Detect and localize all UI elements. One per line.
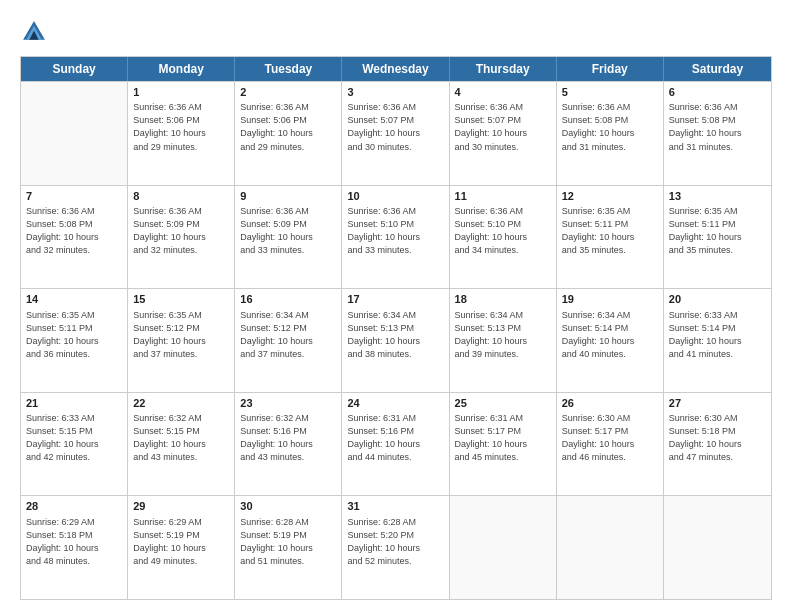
- cal-cell: 28Sunrise: 6:29 AM Sunset: 5:18 PM Dayli…: [21, 496, 128, 599]
- cal-week-row: 21Sunrise: 6:33 AM Sunset: 5:15 PM Dayli…: [21, 392, 771, 496]
- cell-info: Sunrise: 6:34 AM Sunset: 5:12 PM Dayligh…: [240, 309, 336, 361]
- cal-week-row: 1Sunrise: 6:36 AM Sunset: 5:06 PM Daylig…: [21, 81, 771, 185]
- cal-cell: 4Sunrise: 6:36 AM Sunset: 5:07 PM Daylig…: [450, 82, 557, 185]
- cal-cell: 24Sunrise: 6:31 AM Sunset: 5:16 PM Dayli…: [342, 393, 449, 496]
- header: [20, 18, 772, 46]
- cell-day-number: 4: [455, 85, 551, 100]
- cell-info: Sunrise: 6:36 AM Sunset: 5:09 PM Dayligh…: [240, 205, 336, 257]
- cell-info: Sunrise: 6:31 AM Sunset: 5:17 PM Dayligh…: [455, 412, 551, 464]
- day-header-wednesday: Wednesday: [342, 57, 449, 81]
- cell-day-number: 17: [347, 292, 443, 307]
- cal-week-row: 28Sunrise: 6:29 AM Sunset: 5:18 PM Dayli…: [21, 495, 771, 599]
- cell-info: Sunrise: 6:31 AM Sunset: 5:16 PM Dayligh…: [347, 412, 443, 464]
- cal-cell: 27Sunrise: 6:30 AM Sunset: 5:18 PM Dayli…: [664, 393, 771, 496]
- cal-cell: 30Sunrise: 6:28 AM Sunset: 5:19 PM Dayli…: [235, 496, 342, 599]
- cal-cell: 13Sunrise: 6:35 AM Sunset: 5:11 PM Dayli…: [664, 186, 771, 289]
- cal-cell: 25Sunrise: 6:31 AM Sunset: 5:17 PM Dayli…: [450, 393, 557, 496]
- cal-week-row: 7Sunrise: 6:36 AM Sunset: 5:08 PM Daylig…: [21, 185, 771, 289]
- cal-cell: 3Sunrise: 6:36 AM Sunset: 5:07 PM Daylig…: [342, 82, 449, 185]
- cell-info: Sunrise: 6:36 AM Sunset: 5:10 PM Dayligh…: [455, 205, 551, 257]
- cal-cell: 11Sunrise: 6:36 AM Sunset: 5:10 PM Dayli…: [450, 186, 557, 289]
- cell-info: Sunrise: 6:34 AM Sunset: 5:14 PM Dayligh…: [562, 309, 658, 361]
- logo-icon: [20, 18, 48, 46]
- cell-info: Sunrise: 6:33 AM Sunset: 5:15 PM Dayligh…: [26, 412, 122, 464]
- cell-day-number: 8: [133, 189, 229, 204]
- cell-day-number: 5: [562, 85, 658, 100]
- cell-day-number: 11: [455, 189, 551, 204]
- page: SundayMondayTuesdayWednesdayThursdayFrid…: [0, 0, 792, 612]
- cell-info: Sunrise: 6:36 AM Sunset: 5:10 PM Dayligh…: [347, 205, 443, 257]
- day-header-thursday: Thursday: [450, 57, 557, 81]
- cal-cell: 21Sunrise: 6:33 AM Sunset: 5:15 PM Dayli…: [21, 393, 128, 496]
- cell-info: Sunrise: 6:29 AM Sunset: 5:18 PM Dayligh…: [26, 516, 122, 568]
- logo: [20, 18, 52, 46]
- cell-day-number: 26: [562, 396, 658, 411]
- cal-cell: 23Sunrise: 6:32 AM Sunset: 5:16 PM Dayli…: [235, 393, 342, 496]
- calendar: SundayMondayTuesdayWednesdayThursdayFrid…: [20, 56, 772, 600]
- day-header-monday: Monday: [128, 57, 235, 81]
- cal-cell: 20Sunrise: 6:33 AM Sunset: 5:14 PM Dayli…: [664, 289, 771, 392]
- cell-info: Sunrise: 6:36 AM Sunset: 5:08 PM Dayligh…: [669, 101, 766, 153]
- cell-info: Sunrise: 6:32 AM Sunset: 5:16 PM Dayligh…: [240, 412, 336, 464]
- cell-day-number: 2: [240, 85, 336, 100]
- cell-day-number: 29: [133, 499, 229, 514]
- cell-info: Sunrise: 6:36 AM Sunset: 5:09 PM Dayligh…: [133, 205, 229, 257]
- cell-day-number: 19: [562, 292, 658, 307]
- cell-day-number: 24: [347, 396, 443, 411]
- cell-day-number: 10: [347, 189, 443, 204]
- cell-info: Sunrise: 6:34 AM Sunset: 5:13 PM Dayligh…: [455, 309, 551, 361]
- cal-cell: 2Sunrise: 6:36 AM Sunset: 5:06 PM Daylig…: [235, 82, 342, 185]
- cell-info: Sunrise: 6:35 AM Sunset: 5:11 PM Dayligh…: [26, 309, 122, 361]
- cal-cell: [450, 496, 557, 599]
- cal-cell: 31Sunrise: 6:28 AM Sunset: 5:20 PM Dayli…: [342, 496, 449, 599]
- cell-info: Sunrise: 6:36 AM Sunset: 5:07 PM Dayligh…: [347, 101, 443, 153]
- cell-day-number: 14: [26, 292, 122, 307]
- cell-day-number: 30: [240, 499, 336, 514]
- cal-cell: 10Sunrise: 6:36 AM Sunset: 5:10 PM Dayli…: [342, 186, 449, 289]
- cell-day-number: 18: [455, 292, 551, 307]
- day-header-friday: Friday: [557, 57, 664, 81]
- cell-info: Sunrise: 6:36 AM Sunset: 5:07 PM Dayligh…: [455, 101, 551, 153]
- cell-info: Sunrise: 6:35 AM Sunset: 5:12 PM Dayligh…: [133, 309, 229, 361]
- cal-cell: [664, 496, 771, 599]
- day-header-sunday: Sunday: [21, 57, 128, 81]
- cal-cell: 9Sunrise: 6:36 AM Sunset: 5:09 PM Daylig…: [235, 186, 342, 289]
- cell-day-number: 15: [133, 292, 229, 307]
- cal-cell: 29Sunrise: 6:29 AM Sunset: 5:19 PM Dayli…: [128, 496, 235, 599]
- day-header-tuesday: Tuesday: [235, 57, 342, 81]
- cal-cell: 17Sunrise: 6:34 AM Sunset: 5:13 PM Dayli…: [342, 289, 449, 392]
- cell-day-number: 22: [133, 396, 229, 411]
- cell-info: Sunrise: 6:36 AM Sunset: 5:06 PM Dayligh…: [240, 101, 336, 153]
- cell-day-number: 9: [240, 189, 336, 204]
- cell-info: Sunrise: 6:30 AM Sunset: 5:17 PM Dayligh…: [562, 412, 658, 464]
- cell-day-number: 25: [455, 396, 551, 411]
- cal-cell: 15Sunrise: 6:35 AM Sunset: 5:12 PM Dayli…: [128, 289, 235, 392]
- cal-cell: 18Sunrise: 6:34 AM Sunset: 5:13 PM Dayli…: [450, 289, 557, 392]
- cell-day-number: 1: [133, 85, 229, 100]
- cell-day-number: 31: [347, 499, 443, 514]
- cell-info: Sunrise: 6:35 AM Sunset: 5:11 PM Dayligh…: [562, 205, 658, 257]
- cell-day-number: 20: [669, 292, 766, 307]
- cal-cell: [21, 82, 128, 185]
- cell-day-number: 12: [562, 189, 658, 204]
- calendar-body: 1Sunrise: 6:36 AM Sunset: 5:06 PM Daylig…: [21, 81, 771, 599]
- cell-day-number: 23: [240, 396, 336, 411]
- cal-cell: 22Sunrise: 6:32 AM Sunset: 5:15 PM Dayli…: [128, 393, 235, 496]
- cell-day-number: 6: [669, 85, 766, 100]
- cell-day-number: 21: [26, 396, 122, 411]
- cell-day-number: 27: [669, 396, 766, 411]
- day-header-saturday: Saturday: [664, 57, 771, 81]
- cal-cell: [557, 496, 664, 599]
- cal-week-row: 14Sunrise: 6:35 AM Sunset: 5:11 PM Dayli…: [21, 288, 771, 392]
- cal-cell: 1Sunrise: 6:36 AM Sunset: 5:06 PM Daylig…: [128, 82, 235, 185]
- cell-day-number: 28: [26, 499, 122, 514]
- cal-cell: 6Sunrise: 6:36 AM Sunset: 5:08 PM Daylig…: [664, 82, 771, 185]
- cell-day-number: 16: [240, 292, 336, 307]
- cell-day-number: 7: [26, 189, 122, 204]
- cal-cell: 26Sunrise: 6:30 AM Sunset: 5:17 PM Dayli…: [557, 393, 664, 496]
- cell-info: Sunrise: 6:36 AM Sunset: 5:08 PM Dayligh…: [26, 205, 122, 257]
- cal-cell: 5Sunrise: 6:36 AM Sunset: 5:08 PM Daylig…: [557, 82, 664, 185]
- cell-info: Sunrise: 6:28 AM Sunset: 5:19 PM Dayligh…: [240, 516, 336, 568]
- cell-info: Sunrise: 6:28 AM Sunset: 5:20 PM Dayligh…: [347, 516, 443, 568]
- cell-info: Sunrise: 6:32 AM Sunset: 5:15 PM Dayligh…: [133, 412, 229, 464]
